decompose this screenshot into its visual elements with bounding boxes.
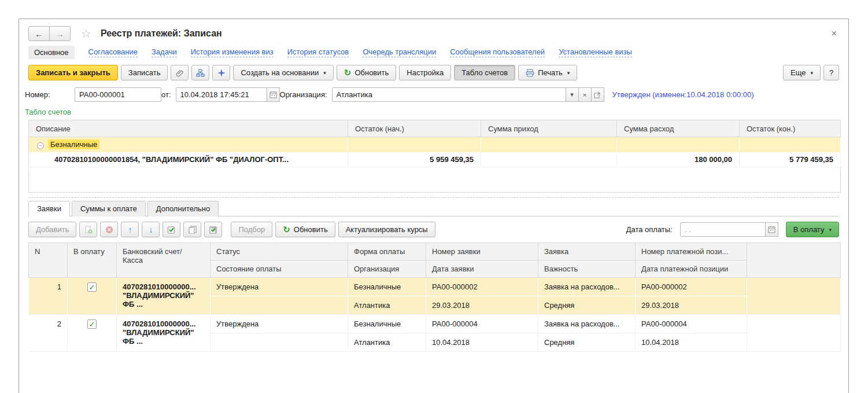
column-header-description[interactable]: Описание [29, 120, 348, 137]
pay-date-calendar-button[interactable] [765, 222, 778, 237]
row-check-cell[interactable]: ✓ [68, 278, 117, 315]
organization-clear-button[interactable]: × [578, 87, 592, 102]
refresh-button[interactable]: ↻ Обновить [337, 65, 396, 80]
date-calendar-button[interactable] [267, 87, 280, 102]
column-header-balance-start[interactable]: Остаток (нач.) [348, 120, 481, 137]
row-request[interactable]: Заявка на расходов... [538, 278, 636, 296]
copy-row-button[interactable] [79, 222, 97, 237]
column-header-payment-position-date[interactable]: Дата платежной позиции [636, 260, 747, 278]
column-header-payment-state[interactable]: Состояние оплаты [210, 260, 348, 278]
row-payment-form[interactable]: Безналичные [348, 315, 426, 333]
save-button[interactable]: Записать [121, 65, 168, 80]
row-status[interactable]: Утверждена [210, 278, 348, 296]
pick-button[interactable]: Подбор [231, 222, 272, 237]
column-header-status[interactable]: Статус [210, 243, 348, 260]
row-payment-position-date[interactable]: 10.04.2018 [636, 333, 747, 352]
print-button[interactable]: Печать ▾ [518, 65, 577, 80]
row-check-cell[interactable]: ✓ [68, 315, 117, 352]
requests-refresh-button[interactable]: ↻ Обновить [275, 222, 335, 237]
column-header-request-number[interactable]: Номер заявки [426, 243, 538, 260]
back-button[interactable]: ← [28, 26, 50, 41]
column-header-organization[interactable]: Организация [348, 260, 426, 278]
save-and-close-button[interactable]: Записать и закрыть [28, 65, 118, 80]
row-organization[interactable]: Атлантика [348, 296, 426, 315]
nav-item-zadachi[interactable]: Задачи [152, 47, 177, 57]
nav-item-istoriya-statusov[interactable]: История статусов [287, 47, 349, 57]
help-button[interactable]: ? [823, 65, 839, 80]
settings-button[interactable]: Настройка [399, 65, 451, 80]
group-cell[interactable]: −Безналичные [29, 137, 348, 152]
row-payment-position-number[interactable]: РА00-000004 [636, 315, 747, 333]
row-payment-state[interactable] [210, 333, 348, 352]
row-request[interactable]: Заявка на расходов... [538, 315, 636, 333]
add-button[interactable]: Добавить [28, 222, 76, 237]
row-request-number[interactable]: РА00-000002 [426, 278, 538, 296]
pay-date-input[interactable] [680, 222, 766, 237]
row-account[interactable]: 4070281010000000... "ВЛАДИМИРСКИЙ" ФБ ..… [117, 315, 210, 352]
row-request-date[interactable]: 29.03.2018 [426, 296, 538, 315]
more-button[interactable]: Еще ▾ [783, 65, 821, 80]
row-number[interactable]: 1 [29, 278, 68, 315]
date-input[interactable] [176, 87, 267, 102]
group-row-beznalichnye[interactable]: −Безналичные [29, 137, 841, 152]
to-payment-button[interactable]: В оплату ▾ [786, 222, 839, 237]
organization-dropdown-button[interactable]: ▾ [566, 87, 579, 102]
attachments-button[interactable] [171, 65, 189, 80]
accounts-board-button[interactable]: Табло счетов [454, 65, 515, 80]
column-header-importance[interactable]: Важность [538, 260, 636, 278]
row-payment-position-date[interactable]: 29.03.2018 [636, 296, 747, 315]
column-header-request-date[interactable]: Дата заявки [426, 260, 538, 278]
tab-zayavki[interactable]: Заявки [28, 201, 70, 216]
invert-check-button[interactable] [204, 222, 222, 237]
account-balance-end[interactable]: 5 779 459,35 [740, 152, 841, 167]
close-icon[interactable]: × [828, 28, 840, 39]
row-importance[interactable]: Средняя [538, 296, 636, 315]
row-number[interactable]: 2 [29, 315, 68, 352]
row-importance[interactable]: Средняя [538, 333, 636, 352]
organization-input[interactable] [332, 87, 566, 102]
column-header-n[interactable]: N [29, 243, 68, 278]
column-header-balance-end[interactable]: Остаток (кон.) [740, 120, 841, 137]
row-payment-form[interactable]: Безналичные [348, 278, 426, 296]
column-header-payment-position-number[interactable]: Номер платежной пози... [636, 243, 747, 260]
account-income[interactable] [481, 152, 617, 167]
account-description[interactable]: 40702810100000001854, "ВЛАДИМИРСКИЙ" ФБ … [29, 152, 348, 167]
nav-item-ochered-translyacii[interactable]: Очередь трансляции [363, 47, 436, 57]
move-down-button[interactable]: ↓ [142, 222, 160, 237]
checkbox-checked[interactable]: ✓ [87, 319, 97, 329]
checkbox-checked[interactable]: ✓ [87, 282, 97, 292]
uncheck-all-button[interactable] [183, 222, 201, 237]
related-documents-button[interactable] [191, 65, 209, 80]
column-header-payment-form[interactable]: Форма оплаты [348, 243, 426, 260]
favorites-star-icon[interactable]: ☆ [81, 27, 91, 41]
account-expense[interactable]: 180 000,00 [617, 152, 740, 167]
check-all-button[interactable] [162, 222, 180, 237]
table-row[interactable]: 1 ✓ 4070281010000000... "ВЛАДИМИРСКИЙ" Ф… [29, 278, 841, 296]
row-request-date[interactable]: 10.04.2018 [426, 333, 538, 352]
column-header-expense[interactable]: Сумма расход [617, 120, 740, 137]
row-payment-position-number[interactable]: РА00-000002 [636, 278, 747, 296]
forward-button[interactable]: → [49, 26, 71, 41]
create-based-on-button[interactable]: Создать на основании ▾ [233, 65, 333, 80]
nav-item-osnovnoe[interactable]: Основное [28, 46, 75, 59]
number-input[interactable] [75, 87, 161, 102]
discuss-button[interactable] [212, 65, 230, 80]
row-account[interactable]: 4070281010000000... "ВЛАДИМИРСКИЙ" ФБ ..… [117, 278, 210, 315]
move-up-button[interactable]: ↑ [121, 222, 139, 237]
organization-open-button[interactable] [591, 87, 604, 102]
nav-item-soobscheniya[interactable]: Сообщения пользователей [450, 47, 545, 57]
nav-item-soglasovanie[interactable]: Согласование [88, 47, 138, 57]
update-rates-button[interactable]: Актуализировать курсы [338, 222, 435, 237]
row-payment-state[interactable] [210, 296, 348, 315]
row-status[interactable]: Утверждена [210, 315, 348, 333]
collapse-icon[interactable]: − [37, 142, 44, 149]
row-request-number[interactable]: РА00-000004 [426, 315, 538, 333]
account-balance-start[interactable]: 5 959 459,35 [348, 152, 481, 167]
nav-item-istoriya-viz[interactable]: История изменения виз [191, 47, 274, 57]
column-header-account[interactable]: Банковский счет/ Касса [117, 243, 210, 278]
column-header-v-oplatu[interactable]: В оплату [68, 243, 117, 278]
tab-summy-k-oplate[interactable]: Суммы к оплате [72, 201, 146, 216]
column-header-request[interactable]: Заявка [538, 243, 636, 260]
row-organization[interactable]: Атлантика [348, 333, 426, 352]
account-row[interactable]: 40702810100000001854, "ВЛАДИМИРСКИЙ" ФБ … [29, 152, 841, 167]
